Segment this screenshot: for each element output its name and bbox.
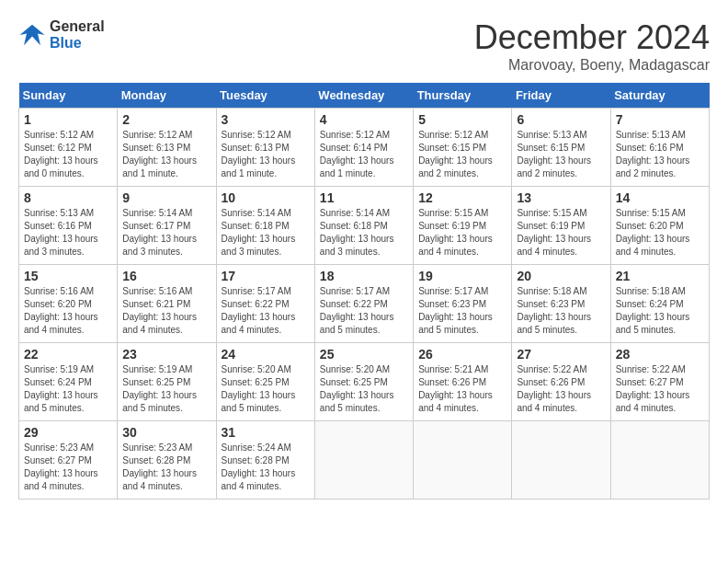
month-title: December 2024	[474, 18, 710, 57]
calendar-cell: 27Sunrise: 5:22 AM Sunset: 6:26 PM Dayli…	[512, 343, 610, 421]
day-number: 18	[320, 269, 408, 283]
day-info: Sunrise: 5:22 AM Sunset: 6:27 PM Dayligh…	[616, 363, 704, 415]
calendar-cell: 5Sunrise: 5:12 AM Sunset: 6:15 PM Daylig…	[414, 109, 512, 187]
day-info: Sunrise: 5:16 AM Sunset: 6:21 PM Dayligh…	[122, 285, 210, 337]
calendar-cell: 13Sunrise: 5:15 AM Sunset: 6:19 PM Dayli…	[512, 187, 610, 265]
calendar-cell	[314, 421, 413, 500]
calendar-header-row: SundayMondayTuesdayWednesdayThursdayFrid…	[19, 83, 710, 109]
weekday-header: Saturday	[610, 83, 709, 109]
day-number: 7	[616, 112, 704, 127]
calendar-cell: 21Sunrise: 5:18 AM Sunset: 6:24 PM Dayli…	[610, 265, 709, 343]
day-number: 29	[24, 425, 112, 440]
weekday-header: Thursday	[414, 83, 512, 109]
day-info: Sunrise: 5:14 AM Sunset: 6:18 PM Dayligh…	[222, 207, 310, 259]
day-number: 23	[122, 347, 210, 362]
day-number: 30	[122, 425, 210, 440]
day-info: Sunrise: 5:12 AM Sunset: 6:15 PM Dayligh…	[418, 129, 506, 180]
calendar-cell: 11Sunrise: 5:14 AM Sunset: 6:18 PM Dayli…	[314, 187, 413, 265]
day-info: Sunrise: 5:19 AM Sunset: 6:25 PM Dayligh…	[122, 363, 210, 415]
day-info: Sunrise: 5:12 AM Sunset: 6:14 PM Dayligh…	[320, 129, 408, 180]
calendar-cell: 31Sunrise: 5:24 AM Sunset: 6:28 PM Dayli…	[216, 421, 314, 500]
calendar-cell	[414, 421, 512, 500]
day-number: 22	[24, 347, 112, 362]
day-number: 31	[222, 425, 310, 440]
day-number: 27	[517, 347, 605, 362]
location: Marovoay, Boeny, Madagascar	[474, 57, 710, 74]
day-number: 13	[517, 190, 605, 205]
day-number: 26	[418, 347, 506, 362]
day-number: 8	[24, 190, 112, 205]
calendar-cell: 25Sunrise: 5:20 AM Sunset: 6:25 PM Dayli…	[314, 343, 413, 421]
calendar-cell: 4Sunrise: 5:12 AM Sunset: 6:14 PM Daylig…	[314, 109, 413, 187]
day-number: 16	[122, 269, 210, 283]
day-info: Sunrise: 5:18 AM Sunset: 6:23 PM Dayligh…	[517, 285, 605, 337]
day-info: Sunrise: 5:15 AM Sunset: 6:19 PM Dayligh…	[517, 207, 605, 259]
day-number: 21	[616, 269, 704, 283]
day-info: Sunrise: 5:24 AM Sunset: 6:28 PM Dayligh…	[222, 442, 310, 493]
calendar-cell: 2Sunrise: 5:12 AM Sunset: 6:13 PM Daylig…	[118, 109, 216, 187]
svg-marker-0	[20, 25, 45, 46]
calendar-cell	[610, 421, 709, 500]
day-number: 28	[616, 347, 704, 362]
calendar-cell: 1Sunrise: 5:12 AM Sunset: 6:12 PM Daylig…	[19, 109, 118, 187]
weekday-header: Friday	[512, 83, 610, 109]
day-number: 15	[24, 269, 112, 283]
calendar-cell: 16Sunrise: 5:16 AM Sunset: 6:21 PM Dayli…	[118, 265, 216, 343]
calendar-cell: 23Sunrise: 5:19 AM Sunset: 6:25 PM Dayli…	[118, 343, 216, 421]
day-info: Sunrise: 5:13 AM Sunset: 6:16 PM Dayligh…	[616, 129, 704, 180]
day-number: 11	[320, 190, 408, 205]
day-number: 6	[517, 112, 605, 127]
day-number: 14	[616, 190, 704, 205]
day-info: Sunrise: 5:15 AM Sunset: 6:20 PM Dayligh…	[616, 207, 704, 259]
day-number: 1	[24, 112, 112, 127]
calendar-cell: 19Sunrise: 5:17 AM Sunset: 6:23 PM Dayli…	[414, 265, 512, 343]
calendar-week-row: 8Sunrise: 5:13 AM Sunset: 6:16 PM Daylig…	[19, 187, 710, 265]
weekday-header: Sunday	[19, 83, 118, 109]
day-info: Sunrise: 5:14 AM Sunset: 6:18 PM Dayligh…	[320, 207, 408, 259]
calendar-cell: 28Sunrise: 5:22 AM Sunset: 6:27 PM Dayli…	[610, 343, 709, 421]
logo-icon	[18, 21, 46, 49]
day-info: Sunrise: 5:17 AM Sunset: 6:23 PM Dayligh…	[418, 285, 506, 337]
calendar-week-row: 22Sunrise: 5:19 AM Sunset: 6:24 PM Dayli…	[19, 343, 710, 421]
day-info: Sunrise: 5:23 AM Sunset: 6:27 PM Dayligh…	[24, 442, 112, 493]
day-info: Sunrise: 5:23 AM Sunset: 6:28 PM Dayligh…	[122, 442, 210, 493]
calendar-cell: 8Sunrise: 5:13 AM Sunset: 6:16 PM Daylig…	[19, 187, 118, 265]
day-info: Sunrise: 5:18 AM Sunset: 6:24 PM Dayligh…	[616, 285, 704, 337]
calendar-cell: 12Sunrise: 5:15 AM Sunset: 6:19 PM Dayli…	[414, 187, 512, 265]
day-info: Sunrise: 5:12 AM Sunset: 6:12 PM Dayligh…	[24, 129, 112, 180]
calendar-cell: 3Sunrise: 5:12 AM Sunset: 6:13 PM Daylig…	[216, 109, 314, 187]
weekday-header: Monday	[118, 83, 216, 109]
day-info: Sunrise: 5:12 AM Sunset: 6:13 PM Dayligh…	[222, 129, 310, 180]
calendar-week-row: 29Sunrise: 5:23 AM Sunset: 6:27 PM Dayli…	[19, 421, 710, 500]
calendar-cell: 18Sunrise: 5:17 AM Sunset: 6:22 PM Dayli…	[314, 265, 413, 343]
day-number: 24	[222, 347, 310, 362]
day-number: 2	[122, 112, 210, 127]
calendar-cell: 6Sunrise: 5:13 AM Sunset: 6:15 PM Daylig…	[512, 109, 610, 187]
calendar-cell: 10Sunrise: 5:14 AM Sunset: 6:18 PM Dayli…	[216, 187, 314, 265]
day-info: Sunrise: 5:22 AM Sunset: 6:26 PM Dayligh…	[517, 363, 605, 415]
day-number: 12	[418, 190, 506, 205]
title-block: December 2024 Marovoay, Boeny, Madagasca…	[474, 18, 710, 74]
day-info: Sunrise: 5:19 AM Sunset: 6:24 PM Dayligh…	[24, 363, 112, 415]
day-info: Sunrise: 5:20 AM Sunset: 6:25 PM Dayligh…	[222, 363, 310, 415]
calendar-week-row: 15Sunrise: 5:16 AM Sunset: 6:20 PM Dayli…	[19, 265, 710, 343]
calendar-table: SundayMondayTuesdayWednesdayThursdayFrid…	[18, 83, 710, 500]
day-number: 20	[517, 269, 605, 283]
calendar-cell: 17Sunrise: 5:17 AM Sunset: 6:22 PM Dayli…	[216, 265, 314, 343]
day-info: Sunrise: 5:17 AM Sunset: 6:22 PM Dayligh…	[222, 285, 310, 337]
calendar-cell: 24Sunrise: 5:20 AM Sunset: 6:25 PM Dayli…	[216, 343, 314, 421]
calendar-cell: 29Sunrise: 5:23 AM Sunset: 6:27 PM Dayli…	[19, 421, 118, 500]
day-info: Sunrise: 5:14 AM Sunset: 6:17 PM Dayligh…	[122, 207, 210, 259]
calendar-cell: 20Sunrise: 5:18 AM Sunset: 6:23 PM Dayli…	[512, 265, 610, 343]
weekday-header: Tuesday	[216, 83, 314, 109]
weekday-header: Wednesday	[314, 83, 413, 109]
calendar-cell: 14Sunrise: 5:15 AM Sunset: 6:20 PM Dayli…	[610, 187, 709, 265]
day-number: 10	[222, 190, 310, 205]
day-number: 9	[122, 190, 210, 205]
day-number: 4	[320, 112, 408, 127]
calendar-cell: 7Sunrise: 5:13 AM Sunset: 6:16 PM Daylig…	[610, 109, 709, 187]
calendar-cell: 9Sunrise: 5:14 AM Sunset: 6:17 PM Daylig…	[118, 187, 216, 265]
day-number: 17	[222, 269, 310, 283]
day-info: Sunrise: 5:17 AM Sunset: 6:22 PM Dayligh…	[320, 285, 408, 337]
day-info: Sunrise: 5:13 AM Sunset: 6:16 PM Dayligh…	[24, 207, 112, 259]
